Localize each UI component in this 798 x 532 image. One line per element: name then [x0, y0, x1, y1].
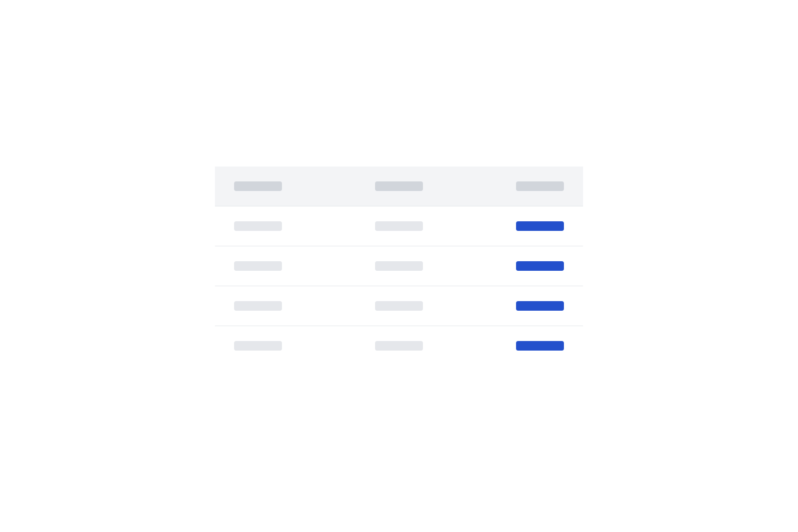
skeleton-action-pill[interactable]	[516, 341, 564, 351]
header-cell-2	[344, 181, 454, 191]
skeleton-table	[215, 167, 583, 365]
skeleton-header-pill	[375, 181, 423, 191]
cell-1	[234, 261, 344, 271]
cell-1	[234, 341, 344, 351]
cell-1	[234, 301, 344, 311]
skeleton-text-pill	[234, 341, 282, 351]
skeleton-action-pill[interactable]	[516, 301, 564, 311]
cell-3	[454, 301, 564, 311]
table-row	[215, 286, 583, 326]
skeleton-text-pill	[375, 261, 423, 271]
table-row	[215, 246, 583, 286]
skeleton-text-pill	[375, 341, 423, 351]
cell-3	[454, 261, 564, 271]
table-row	[215, 326, 583, 365]
table-header-row	[215, 167, 583, 206]
skeleton-action-pill[interactable]	[516, 261, 564, 271]
skeleton-header-pill	[234, 181, 282, 191]
skeleton-text-pill	[234, 221, 282, 231]
table-row	[215, 206, 583, 246]
cell-2	[344, 261, 454, 271]
skeleton-header-pill	[516, 181, 564, 191]
cell-1	[234, 221, 344, 231]
skeleton-text-pill	[234, 301, 282, 311]
cell-2	[344, 221, 454, 231]
skeleton-action-pill[interactable]	[516, 221, 564, 231]
cell-2	[344, 341, 454, 351]
cell-3	[454, 341, 564, 351]
header-cell-3	[454, 181, 564, 191]
skeleton-text-pill	[375, 221, 423, 231]
header-cell-1	[234, 181, 344, 191]
skeleton-text-pill	[375, 301, 423, 311]
cell-3	[454, 221, 564, 231]
skeleton-text-pill	[234, 261, 282, 271]
cell-2	[344, 301, 454, 311]
